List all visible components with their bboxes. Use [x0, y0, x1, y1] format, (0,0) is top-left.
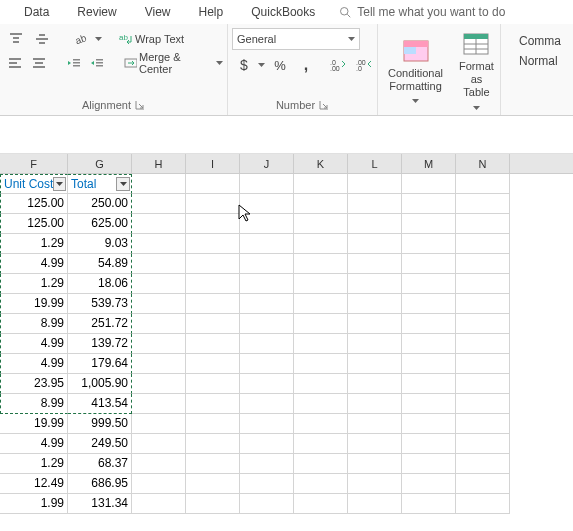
alignment-launcher-icon[interactable]	[135, 100, 145, 110]
cell[interactable]: 139.72	[68, 334, 132, 354]
col-header-F[interactable]: F	[0, 154, 68, 173]
col-header-I[interactable]: I	[186, 154, 240, 173]
cell[interactable]	[402, 454, 456, 474]
cell[interactable]	[294, 474, 348, 494]
accounting-dropdown[interactable]	[258, 54, 266, 76]
cell[interactable]: 9.03	[68, 234, 132, 254]
cell[interactable]: 18.06	[68, 274, 132, 294]
cell[interactable]	[294, 434, 348, 454]
cell[interactable]	[348, 174, 402, 194]
cell[interactable]	[294, 394, 348, 414]
decrease-decimal-icon[interactable]: .00.0	[352, 54, 376, 76]
cell[interactable]	[348, 414, 402, 434]
col-header-L[interactable]: L	[348, 154, 402, 173]
filter-button[interactable]	[53, 177, 66, 191]
menu-view[interactable]: View	[131, 1, 185, 23]
orientation-icon[interactable]: ab	[68, 28, 92, 50]
menu-quickbooks[interactable]: QuickBooks	[237, 1, 329, 23]
cell[interactable]	[348, 334, 402, 354]
cell[interactable]	[456, 474, 510, 494]
cell[interactable]	[348, 434, 402, 454]
cell[interactable]	[402, 434, 456, 454]
cell[interactable]	[240, 454, 294, 474]
filter-button[interactable]	[116, 177, 130, 191]
cell[interactable]	[456, 214, 510, 234]
cell[interactable]	[294, 354, 348, 374]
cell[interactable]: 1.29	[0, 234, 68, 254]
merge-center-button[interactable]: Merge & Center	[119, 52, 213, 74]
col-header-G[interactable]: G	[68, 154, 132, 173]
wrap-text-button[interactable]: ab Wrap Text	[114, 28, 189, 50]
cell[interactable]	[348, 314, 402, 334]
tell-me-search[interactable]: Tell me what you want to do	[329, 1, 515, 23]
cell[interactable]	[240, 254, 294, 274]
cell[interactable]	[294, 234, 348, 254]
cell[interactable]	[402, 194, 456, 214]
cell[interactable]	[402, 334, 456, 354]
cell[interactable]	[132, 394, 186, 414]
cell[interactable]: 125.00	[0, 194, 68, 214]
cell[interactable]	[456, 374, 510, 394]
col-header-K[interactable]: K	[294, 154, 348, 173]
cell[interactable]	[402, 174, 456, 194]
col-header-H[interactable]: H	[132, 154, 186, 173]
cell[interactable]	[240, 374, 294, 394]
cell[interactable]	[348, 374, 402, 394]
decrease-indent-icon[interactable]	[63, 52, 85, 74]
cell[interactable]	[456, 234, 510, 254]
cell[interactable]	[456, 454, 510, 474]
cell[interactable]	[240, 474, 294, 494]
cell[interactable]	[402, 474, 456, 494]
cell[interactable]	[132, 294, 186, 314]
cell[interactable]	[402, 414, 456, 434]
cell[interactable]	[456, 414, 510, 434]
cell[interactable]	[456, 294, 510, 314]
merge-dropdown[interactable]	[216, 52, 223, 74]
menu-review[interactable]: Review	[63, 1, 130, 23]
cell[interactable]: 4.99	[0, 434, 68, 454]
cell[interactable]	[294, 314, 348, 334]
cell[interactable]	[456, 394, 510, 414]
align-top-icon[interactable]	[4, 28, 28, 50]
cell[interactable]	[456, 334, 510, 354]
cell[interactable]	[186, 494, 240, 514]
cell[interactable]	[186, 234, 240, 254]
cell[interactable]: 68.37	[68, 454, 132, 474]
cell[interactable]: 54.89	[68, 254, 132, 274]
cell[interactable]: 1.99	[0, 494, 68, 514]
cell[interactable]	[402, 294, 456, 314]
cell[interactable]	[294, 334, 348, 354]
cell[interactable]: 249.50	[68, 434, 132, 454]
cell[interactable]	[132, 414, 186, 434]
cell[interactable]	[348, 494, 402, 514]
cell[interactable]	[294, 274, 348, 294]
cell[interactable]	[132, 334, 186, 354]
cell[interactable]: 686.95	[68, 474, 132, 494]
cell[interactable]	[402, 394, 456, 414]
cell[interactable]	[186, 254, 240, 274]
cell[interactable]	[132, 494, 186, 514]
menu-data[interactable]: Data	[10, 1, 63, 23]
cell[interactable]	[294, 214, 348, 234]
cell[interactable]	[348, 254, 402, 274]
cell[interactable]	[402, 214, 456, 234]
cell[interactable]	[132, 254, 186, 274]
cell[interactable]	[240, 274, 294, 294]
cell[interactable]	[348, 454, 402, 474]
cell[interactable]	[456, 194, 510, 214]
cell[interactable]	[402, 494, 456, 514]
cell[interactable]	[240, 194, 294, 214]
cell[interactable]	[186, 414, 240, 434]
cell[interactable]	[348, 294, 402, 314]
orientation-dropdown[interactable]	[94, 28, 102, 50]
cell-style-normal[interactable]: Normal	[511, 52, 569, 70]
cell[interactable]	[132, 174, 186, 194]
col-header-N[interactable]: N	[456, 154, 510, 173]
cell[interactable]: 19.99	[0, 294, 68, 314]
cell[interactable]: 251.72	[68, 314, 132, 334]
align-middle-icon[interactable]	[30, 28, 54, 50]
cell[interactable]	[456, 434, 510, 454]
cell[interactable]	[186, 474, 240, 494]
table-header-total[interactable]: Total	[68, 174, 132, 194]
cell[interactable]	[294, 374, 348, 394]
